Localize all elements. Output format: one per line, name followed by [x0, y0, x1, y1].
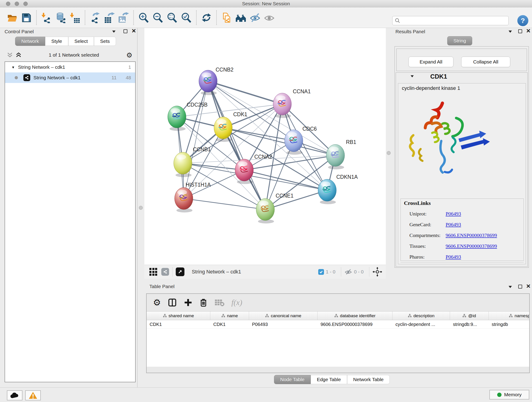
import-network-database-button[interactable] [55, 12, 67, 24]
network-collection-row[interactable]: ▼ String Network – cdk1 1 [5, 62, 135, 72]
network-node-CCNA2[interactable] [235, 159, 253, 181]
zoom-fit-button[interactable] [166, 12, 178, 24]
column-header-namespace[interactable]: namespace [489, 312, 529, 320]
column-header-shared-name[interactable]: shared name [147, 312, 210, 320]
hide-selected-button[interactable] [249, 12, 261, 24]
search-field[interactable] [392, 16, 509, 25]
houses-button[interactable] [235, 12, 247, 24]
results-panel-menu-button[interactable] [508, 30, 512, 33]
detach-view-button[interactable] [176, 268, 184, 276]
entry-collapse-triangle-icon[interactable] [410, 75, 414, 78]
expand-all-networks-icon[interactable] [7, 52, 13, 58]
table-cell[interactable]: P06493 [249, 320, 317, 328]
network-thumbnail-icon[interactable] [161, 268, 169, 276]
birdseye-crosshair-icon[interactable] [373, 267, 382, 277]
copy-document-button[interactable] [221, 12, 233, 24]
table-panel-menu-button[interactable] [508, 286, 512, 288]
network-node-CDC6[interactable] [285, 130, 303, 152]
help-button[interactable]: ? [517, 15, 528, 26]
network-graph[interactable]: CCNB2CCNA1CDC25BCDK1CDC6RB1CCNB1CCNA2CDK… [144, 28, 386, 265]
crosslink-link[interactable]: 9606.ENSP00000378699 [446, 243, 497, 249]
cloud-button[interactable] [7, 390, 22, 400]
column-header-canonical-name[interactable]: canonical name [249, 312, 317, 320]
zoom-selected-button[interactable] [180, 12, 192, 24]
string-network-icon [23, 74, 30, 81]
control-panel-float-button[interactable] [123, 29, 127, 33]
tab-network[interactable]: Network [15, 37, 45, 46]
save-session-button[interactable] [20, 12, 32, 24]
add-column-icon[interactable] [184, 298, 192, 307]
column-header-id[interactable]: @id [450, 312, 489, 320]
table-cell[interactable]: stringdb:9... [450, 320, 489, 328]
table-cell[interactable]: cyclin-dependent ... [393, 320, 450, 328]
tab-select[interactable]: Select [68, 37, 94, 46]
memory-button[interactable]: Memory [489, 390, 529, 400]
tab-edge-table[interactable]: Edge Table [311, 375, 347, 384]
show-columns-icon[interactable] [168, 298, 177, 307]
column-header-name[interactable]: name [210, 312, 249, 320]
tab-network-table[interactable]: Network Table [347, 375, 390, 384]
network-node-CDC25B[interactable] [168, 106, 186, 128]
collapse-triangle-icon[interactable]: ▼ [12, 65, 15, 69]
toolbar-separator [85, 10, 85, 25]
collapse-all-button[interactable]: Collapse All [461, 57, 510, 67]
import-table-button[interactable] [69, 12, 81, 24]
network-node-CCNE1[interactable] [256, 198, 274, 220]
right-splitter-handle[interactable] [387, 151, 391, 155]
crosslink-link[interactable]: P06493 [446, 222, 461, 228]
export-table-button[interactable] [103, 12, 115, 24]
refresh-button[interactable] [201, 12, 212, 24]
network-node-CCNB2[interactable] [199, 70, 217, 92]
table-row[interactable]: CDK1CDK1P064939606.ENSP00000378699cyclin… [147, 320, 529, 329]
tab-style[interactable]: Style [45, 37, 68, 46]
network-node-CCNA1[interactable] [273, 93, 291, 115]
tab-node-table[interactable]: Node Table [274, 375, 311, 384]
network-node-CDKN1A[interactable] [318, 179, 336, 201]
network-node-RB1[interactable] [326, 144, 345, 166]
crosslink-link[interactable]: 9606.ENSP00000378699 [446, 232, 497, 238]
network-options-gear-icon[interactable]: ⚙︎ [126, 51, 133, 59]
search-input[interactable] [402, 18, 508, 23]
column-header-description[interactable]: description [393, 312, 450, 320]
export-image-button[interactable] [118, 12, 129, 24]
network-row-selected[interactable]: String Network – cdk1 11 48 [5, 72, 135, 83]
table-cell[interactable]: 9606.ENSP00000378699 [317, 320, 393, 328]
network-node-CCNB1[interactable] [174, 152, 192, 174]
control-panel-close-button[interactable]: ✕ [132, 29, 136, 34]
network-node-HIST1H1A[interactable] [175, 187, 193, 210]
control-panel-menu-button[interactable] [112, 30, 116, 33]
table-cell[interactable]: CDK1 [210, 320, 249, 328]
zoom-in-button[interactable] [138, 12, 150, 24]
tab-sets[interactable]: Sets [94, 37, 116, 46]
crosslinks-box: CrossLinks Uniprot:P06493GeneCard:P06493… [400, 198, 524, 261]
crosslink-row: Uniprot:P06493 [409, 208, 522, 219]
results-panel-float-button[interactable] [518, 29, 522, 33]
table-cell[interactable]: CDK1 [147, 320, 210, 328]
selected-counts: 1 - 0 [326, 269, 336, 274]
crosslink-link[interactable]: P06493 [446, 211, 461, 217]
table-panel-float-button[interactable] [518, 285, 522, 288]
warning-button[interactable] [25, 390, 41, 400]
expand-all-button[interactable]: Expand All [409, 57, 453, 67]
import-network-file-button[interactable] [41, 12, 52, 24]
grid-view-icon[interactable] [149, 268, 157, 276]
collapse-all-networks-icon[interactable] [16, 52, 22, 58]
tab-string[interactable]: String [447, 36, 472, 45]
table-panel-close-button[interactable]: ✕ [526, 284, 531, 289]
network-node-CDK1[interactable] [214, 117, 232, 139]
zoom-out-button[interactable] [152, 12, 164, 24]
results-panel-close-button[interactable]: ✕ [526, 29, 531, 34]
network-canvas[interactable]: CCNB2CCNA1CDC25BCDK1CDC6RB1CCNB1CCNA2CDK… [144, 28, 386, 265]
export-network-button[interactable] [89, 12, 101, 24]
warning-icon [29, 391, 37, 399]
table-options-gear-icon[interactable]: ⚙︎ [153, 298, 161, 307]
node-table[interactable]: shared namenamecanonical namedatabase id… [147, 311, 529, 367]
left-splitter-handle[interactable] [139, 206, 143, 210]
open-session-button[interactable] [6, 12, 18, 24]
table-cell[interactable]: stringdb [489, 320, 529, 328]
column-header-database-identifier[interactable]: database identifier [317, 312, 393, 320]
crosslink-link[interactable]: P06493 [446, 254, 461, 260]
delete-column-icon[interactable] [199, 298, 208, 307]
selected-checkbox[interactable] [318, 269, 324, 275]
show-all-button[interactable] [263, 12, 275, 24]
